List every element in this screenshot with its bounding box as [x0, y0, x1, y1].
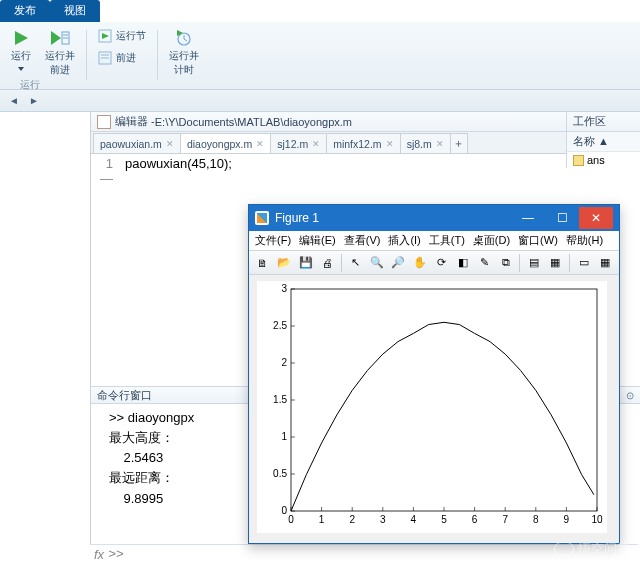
- ribbon-group-label: 运行: [20, 78, 40, 92]
- workspace-variable[interactable]: ans: [567, 152, 640, 168]
- matlab-icon: [255, 211, 269, 225]
- file-tab-label: sj8.m: [407, 138, 432, 150]
- separator: [86, 30, 87, 80]
- run-button[interactable]: 运行: [6, 26, 36, 74]
- svg-text:1: 1: [319, 514, 325, 525]
- svg-line-12: [184, 39, 187, 41]
- advance-label: 前进: [116, 51, 136, 65]
- figure-toolbar: 🗎 📂 💾 🖨 ↖ 🔍 🔎 ✋ ⟳ ◧ ✎ ⧉ ▤ ▦ ▭ ▦: [249, 251, 619, 275]
- open-icon[interactable]: 📂: [274, 253, 293, 273]
- watermark-text: 悟空问答: [578, 540, 630, 558]
- svg-text:0: 0: [288, 514, 294, 525]
- fx-label: fx: [94, 547, 104, 562]
- workspace-title: 工作区: [567, 112, 640, 132]
- legend-icon[interactable]: ▦: [546, 253, 565, 273]
- axes-icon[interactable]: ▭: [574, 253, 593, 273]
- plot-axes[interactable]: 01234567891000.511.522.53: [257, 281, 607, 533]
- datatip-icon[interactable]: ◧: [453, 253, 472, 273]
- menu-edit[interactable]: 编辑(E): [299, 233, 336, 248]
- brush-icon[interactable]: ✎: [474, 253, 493, 273]
- separator: [341, 254, 342, 272]
- grid-icon[interactable]: ▦: [595, 253, 614, 273]
- run-button-label: 运行: [11, 49, 31, 63]
- new-icon[interactable]: 🗎: [253, 253, 272, 273]
- run-section-button[interactable]: 运行节: [93, 26, 151, 46]
- close-button[interactable]: ✕: [579, 207, 613, 229]
- file-tab-paowuxian[interactable]: paowuxian.m✕: [93, 133, 181, 153]
- separator: [569, 254, 570, 272]
- line-number: 1 —: [91, 154, 117, 386]
- close-icon[interactable]: ✕: [386, 139, 394, 149]
- run-time-button[interactable]: 运行并 计时: [164, 26, 204, 80]
- svg-text:3: 3: [380, 514, 386, 525]
- svg-text:2: 2: [349, 514, 355, 525]
- editor-title-prefix: 编辑器 -: [115, 114, 155, 129]
- file-tab-diaoyongpx[interactable]: diaoyongpx.m✕: [180, 133, 271, 153]
- new-tab-button[interactable]: ＋: [450, 133, 468, 153]
- svg-marker-0: [15, 31, 28, 45]
- svg-text:2: 2: [281, 357, 287, 368]
- close-icon[interactable]: ✕: [256, 139, 264, 149]
- back-icon[interactable]: ◄: [6, 93, 22, 109]
- maximize-button[interactable]: ☐: [545, 207, 579, 229]
- command-title-label: 命令行窗口: [97, 388, 152, 403]
- file-tab-sj12[interactable]: sj12.m✕: [270, 133, 327, 153]
- save-icon[interactable]: 💾: [296, 253, 315, 273]
- pointer-icon[interactable]: ↖: [346, 253, 365, 273]
- svg-text:4: 4: [411, 514, 417, 525]
- menu-desktop[interactable]: 桌面(D): [473, 233, 510, 248]
- svg-text:5: 5: [441, 514, 447, 525]
- run-advance-button[interactable]: 运行并 前进: [40, 26, 80, 80]
- advance-button[interactable]: 前进: [93, 48, 151, 68]
- rotate-icon[interactable]: ⟳: [431, 253, 450, 273]
- figure-window[interactable]: Figure 1 — ☐ ✕ 文件(F) 编辑(E) 查看(V) 插入(I) 工…: [248, 204, 620, 544]
- forward-icon[interactable]: ►: [26, 93, 42, 109]
- svg-text:8: 8: [533, 514, 539, 525]
- ribbon-tabs: 发布 视图: [0, 0, 640, 22]
- close-icon[interactable]: ✕: [166, 139, 174, 149]
- menu-window[interactable]: 窗口(W): [518, 233, 558, 248]
- file-tab-label: sj12.m: [277, 138, 308, 150]
- svg-text:10: 10: [591, 514, 603, 525]
- pane-dock-icon[interactable]: ⊙: [626, 390, 634, 401]
- svg-text:0.5: 0.5: [273, 468, 287, 479]
- run-time-label: 运行并 计时: [169, 49, 199, 77]
- file-tab-minfx12[interactable]: minfx12.m✕: [326, 133, 400, 153]
- figure-title: Figure 1: [275, 211, 319, 225]
- svg-text:1: 1: [281, 431, 287, 442]
- svg-marker-6: [102, 33, 109, 39]
- zoom-in-icon[interactable]: 🔍: [367, 253, 386, 273]
- link-icon[interactable]: ⧉: [496, 253, 515, 273]
- zoom-out-icon[interactable]: 🔎: [389, 253, 408, 273]
- prompt: >>: [108, 547, 124, 562]
- print-icon[interactable]: 🖨: [317, 253, 336, 273]
- svg-text:9: 9: [564, 514, 570, 525]
- file-tab-label: diaoyongpx.m: [187, 138, 252, 150]
- watermark-icon: [554, 542, 574, 556]
- watermark: 悟空问答: [554, 540, 630, 558]
- menu-insert[interactable]: 插入(I): [388, 233, 420, 248]
- workspace-panel: 工作区 名称 ▲ ans: [566, 112, 640, 168]
- ribbon-toolbar: 运行 运行并 前进 运行节 前进 运行并 计时: [0, 22, 640, 90]
- svg-text:6: 6: [472, 514, 478, 525]
- figure-title-bar[interactable]: Figure 1 — ☐ ✕: [249, 205, 619, 231]
- ribbon-tab-view[interactable]: 视图: [50, 0, 100, 22]
- run-advance-label: 运行并 前进: [45, 49, 75, 77]
- close-icon[interactable]: ✕: [436, 139, 444, 149]
- pan-icon[interactable]: ✋: [410, 253, 429, 273]
- svg-text:1.5: 1.5: [273, 394, 287, 405]
- file-tab-sj8[interactable]: sj8.m✕: [400, 133, 451, 153]
- ribbon-tab-publish[interactable]: 发布: [0, 0, 50, 22]
- separator: [157, 30, 158, 80]
- dropdown-icon: [18, 67, 24, 71]
- left-gutter: [0, 112, 90, 564]
- menu-tools[interactable]: 工具(T): [429, 233, 465, 248]
- close-icon[interactable]: ✕: [312, 139, 320, 149]
- run-section-label: 运行节: [116, 29, 146, 43]
- menu-view[interactable]: 查看(V): [344, 233, 381, 248]
- workspace-column-header[interactable]: 名称 ▲: [567, 132, 640, 152]
- minimize-button[interactable]: —: [511, 207, 545, 229]
- menu-help[interactable]: 帮助(H): [566, 233, 603, 248]
- colorbar-icon[interactable]: ▤: [524, 253, 543, 273]
- menu-file[interactable]: 文件(F): [255, 233, 291, 248]
